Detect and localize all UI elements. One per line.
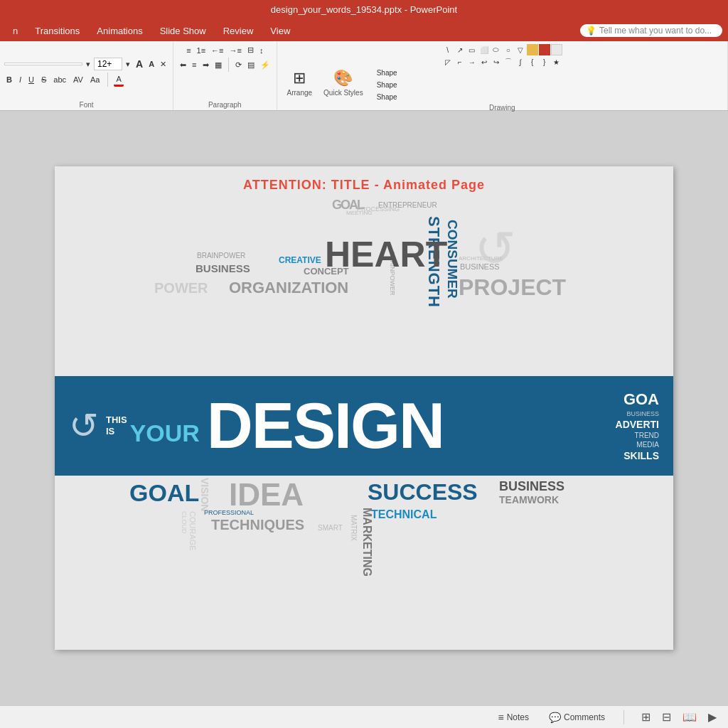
font-name-dropdown[interactable]: ▾ bbox=[84, 58, 92, 70]
banner-your: YOUR bbox=[130, 419, 200, 447]
tab-transitions[interactable]: Transitions bbox=[28, 23, 87, 39]
shape-oval[interactable]: ⬭ bbox=[491, 44, 502, 55]
word-cloud-v: CLOUD bbox=[181, 511, 188, 534]
align-center-btn[interactable]: ≡ bbox=[190, 58, 198, 72]
font-size-input[interactable]: 12+ bbox=[94, 58, 122, 70]
underline-btn[interactable]: U bbox=[26, 74, 36, 85]
word-goal-lower: GOAL bbox=[129, 479, 199, 507]
italic-btn[interactable]: I bbox=[17, 74, 23, 85]
justify-btn[interactable]: ▦ bbox=[213, 58, 224, 72]
word-cloud-lower: GOAL IDEA SUCCESS BUSINESS TEAMWORK VISI… bbox=[126, 476, 659, 643]
word-teamwork: TEAMWORK bbox=[499, 494, 559, 505]
status-bar: ≡ Notes 💬 Comments ⊞ ⊟ 📖 ▶ bbox=[0, 705, 728, 728]
shadow-btn[interactable]: abc bbox=[51, 74, 68, 85]
word-technical: TECHNICAL bbox=[371, 508, 437, 521]
smartart-btn[interactable]: ⚡ bbox=[258, 58, 272, 72]
word-creative: CREATIVE bbox=[279, 255, 321, 265]
shape-rect2[interactable]: ⬜ bbox=[478, 44, 490, 55]
shape-free[interactable]: ∫ bbox=[515, 56, 526, 68]
align-right-btn[interactable]: ➡ bbox=[200, 58, 211, 72]
banner-this-is: THISIS bbox=[106, 414, 127, 437]
slideshow-btn[interactable]: ▶ bbox=[705, 709, 719, 725]
lightbulb-icon: 💡 bbox=[586, 26, 596, 36]
quick-styles-btn[interactable]: 🎨 bbox=[331, 68, 355, 89]
shape-rarrow[interactable]: ↪ bbox=[491, 56, 502, 68]
decrease-indent-btn[interactable]: ←≡ bbox=[209, 44, 225, 56]
line-spacing-btn[interactable]: ↕ bbox=[257, 44, 266, 56]
view-buttons: ⊞ ⊟ 📖 ▶ bbox=[638, 709, 719, 725]
word-marketing-v: MARKETING bbox=[360, 508, 373, 577]
shape-more[interactable]: ▽ bbox=[515, 44, 526, 55]
text-dir-btn[interactable]: ⟳ bbox=[233, 58, 244, 72]
word-professional: PROFESSIONAL bbox=[204, 509, 254, 516]
reading-view-btn[interactable]: 📖 bbox=[680, 709, 700, 725]
shape-circle[interactable]: ○ bbox=[503, 44, 514, 55]
numbering-btn[interactable]: 1≡ bbox=[195, 44, 208, 56]
increase-indent-btn[interactable]: →≡ bbox=[228, 44, 244, 56]
banner-design: DESIGN bbox=[207, 394, 616, 458]
case-btn[interactable]: Aa bbox=[88, 74, 102, 85]
drawing-group: \ ↗ ▭ ⬜ ⬭ ○ ▽ ◸ ⌐ → ↩ ↪ ⌒ ∫ { } ★ bbox=[277, 41, 729, 110]
shape-sq3[interactable] bbox=[551, 44, 562, 55]
shape-larrow[interactable]: ↩ bbox=[478, 56, 490, 68]
tab-view[interactable]: View bbox=[263, 23, 297, 39]
decrease-font-btn[interactable]: A bbox=[146, 58, 156, 70]
word-business-top: BUSINESS bbox=[196, 262, 250, 274]
arrange-label: Arrange bbox=[287, 89, 313, 97]
bold-btn[interactable]: B bbox=[4, 74, 14, 85]
tab-home[interactable]: n bbox=[6, 23, 25, 39]
ribbon-toolbar: ▾ 12+ ▾ A A ✕ B I U S abc AV Aa A bbox=[0, 41, 728, 111]
shape-line[interactable]: \ bbox=[442, 44, 454, 55]
text-align-btn[interactable]: ▤ bbox=[245, 58, 257, 72]
blue-banner: ↺ THISIS YOUR DESIGN GOA BUSINESS ADVERT… bbox=[55, 376, 673, 476]
tab-slideshow[interactable]: Slide Show bbox=[153, 23, 213, 39]
char-spacing-btn[interactable]: AV bbox=[71, 74, 85, 85]
paragraph-group: ≡ 1≡ ←≡ →≡ ⊟ ↕ ⬅ ≡ ➡ ▦ ⟳ ▤ ⚡ Paragraph bbox=[173, 41, 277, 110]
tab-animations[interactable]: Animations bbox=[90, 23, 149, 39]
word-meeting-v: MEETING bbox=[346, 210, 372, 216]
word-idea: IDEA bbox=[229, 477, 304, 513]
shape1-btn[interactable]: Shape bbox=[375, 68, 400, 78]
strikethrough-btn[interactable]: S bbox=[39, 74, 48, 85]
shape-sq1[interactable] bbox=[527, 44, 538, 55]
shape-rect[interactable]: ▭ bbox=[466, 44, 478, 55]
search-placeholder: Tell me what you want to do... bbox=[599, 26, 712, 36]
shape-brace[interactable]: { bbox=[527, 56, 538, 68]
increase-font-btn[interactable]: A bbox=[134, 57, 145, 71]
clear-format-btn[interactable]: ✕ bbox=[158, 58, 168, 70]
shape-curve[interactable]: ⌒ bbox=[503, 56, 514, 68]
word-organization: ORGANIZATION bbox=[229, 279, 348, 297]
search-box[interactable]: 💡 Tell me what you want to do... bbox=[580, 24, 722, 37]
shape-star[interactable]: ★ bbox=[551, 56, 562, 68]
font-size-dropdown[interactable]: ▾ bbox=[124, 58, 132, 70]
notes-label: Notes bbox=[507, 712, 529, 722]
font-color-btn[interactable]: A bbox=[114, 73, 123, 87]
shape3-btn[interactable]: Shape bbox=[375, 92, 400, 102]
arrange-btn[interactable]: ⊞ bbox=[291, 68, 308, 89]
slide-attention: ATTENTION: TITLE - Animated Page bbox=[55, 178, 673, 193]
word-techniques: TECHNIQUES bbox=[211, 517, 304, 533]
slide[interactable]: ATTENTION: TITLE - Animated Page GOAL EN… bbox=[55, 166, 673, 650]
word-project: PROJECT bbox=[459, 274, 566, 301]
tab-review[interactable]: Review bbox=[216, 23, 261, 39]
shape-bracket[interactable]: } bbox=[539, 56, 550, 68]
bullets-btn[interactable]: ≡ bbox=[184, 44, 193, 56]
shape2-btn[interactable]: Shape bbox=[375, 80, 400, 90]
font-name-input[interactable] bbox=[4, 63, 82, 65]
normal-view-btn[interactable]: ⊞ bbox=[638, 709, 653, 725]
align-left-btn[interactable]: ⬅ bbox=[178, 58, 188, 72]
comments-btn[interactable]: 💬 Comments bbox=[545, 710, 609, 724]
shape-sq2[interactable] bbox=[539, 44, 550, 55]
slide-sorter-btn[interactable]: ⊟ bbox=[659, 709, 674, 725]
notes-icon: ≡ bbox=[498, 712, 503, 723]
col-btn[interactable]: ⊟ bbox=[245, 44, 256, 56]
shape-tri[interactable]: ◸ bbox=[442, 56, 454, 68]
font-label: Font bbox=[4, 100, 168, 109]
shape-z[interactable]: ⌐ bbox=[454, 56, 466, 68]
comments-label: Comments bbox=[564, 712, 605, 722]
shape-arrow2[interactable]: → bbox=[466, 56, 478, 68]
notes-btn[interactable]: ≡ Notes bbox=[493, 710, 533, 724]
word-courage-v: COURAGE bbox=[188, 511, 197, 551]
title-text: design_your_words_19534.pptx - PowerPoin… bbox=[271, 4, 457, 15]
shape-arrow[interactable]: ↗ bbox=[454, 44, 466, 55]
